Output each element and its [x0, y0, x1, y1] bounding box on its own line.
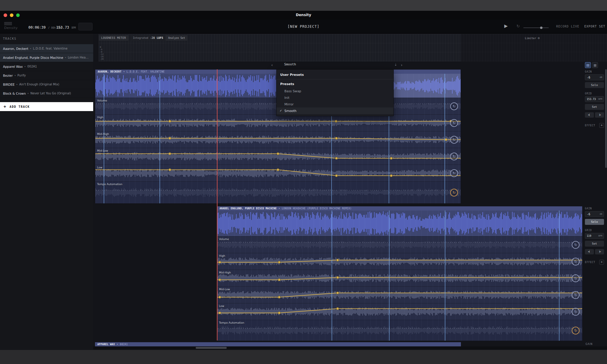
- preset-menu: User Presets Presets Bass Swap Init Mirr…: [276, 69, 394, 116]
- sidebar-track-item[interactable]: Block & Crown • Never Let You Go (Origin…: [0, 89, 93, 98]
- grid-bpm-input[interactable]: 119 BPM: [585, 233, 604, 239]
- loudness-meter-section: LOUDNESS METER Integrated -20 LUFS Analy…: [95, 34, 607, 62]
- lane-cycle-button[interactable]: ↻: [450, 136, 458, 144]
- solo-button[interactable]: Solo: [585, 219, 604, 225]
- lane-mid-high[interactable]: Mid-High ↻: [95, 131, 461, 148]
- menu-section-user-presets: User Presets: [277, 71, 393, 79]
- lane-tempo-automation[interactable]: Tempo Automation ↻: [95, 181, 461, 203]
- view-toggle-grid-icon[interactable]: ▦: [592, 62, 598, 68]
- lane-cycle-button[interactable]: ↻: [450, 119, 458, 127]
- track-3-header[interactable]: APPAREL WAX • 002A1: [95, 342, 461, 346]
- record-live-button[interactable]: RECORD LIVE: [556, 25, 579, 28]
- plus-icon: +: [4, 104, 7, 109]
- lane-high[interactable]: High ↻: [95, 114, 461, 131]
- lane-cycle-button[interactable]: ↻: [450, 153, 458, 160]
- nudge-left-button[interactable]: ◀▏: [585, 249, 594, 254]
- gain-input[interactable]: -6 dB: [585, 211, 604, 217]
- lane-mid-high[interactable]: Mid-High ↻: [217, 270, 582, 286]
- view-toggle-lanes-icon[interactable]: ▤: [585, 62, 591, 68]
- lane-cycle-button[interactable]: ↻: [572, 274, 580, 282]
- cue-marker: [444, 74, 445, 203]
- track-region-2: ANABEL ENGLUND, PURPLE DISCO MACHINE • L…: [217, 206, 583, 340]
- scrollbar-thumb[interactable]: [196, 347, 227, 349]
- cue-marker: [445, 211, 445, 341]
- tempo-cycle-button[interactable]: ↻: [450, 189, 458, 196]
- cue-marker: [559, 211, 560, 341]
- preset-prev-button[interactable]: ‹: [271, 63, 273, 67]
- export-set-button[interactable]: EXPORT SET: [584, 25, 605, 28]
- lane-low[interactable]: Low ↻: [217, 303, 582, 320]
- track-1-panel: GAIN -6 dB Solo GRID 153.73 BPM Set ◀▏ ▕…: [585, 70, 607, 128]
- menu-item-mirror[interactable]: Mirror: [277, 101, 393, 107]
- analyze-set-button[interactable]: Analyze Set: [165, 35, 188, 41]
- menu-item-smooth[interactable]: ✓ Smooth: [277, 107, 393, 114]
- waveform-overview[interactable]: [217, 211, 582, 236]
- gain-input[interactable]: -6 dB: [585, 74, 604, 80]
- horizontal-scrollbar[interactable]: [93, 346, 607, 349]
- preset-selector[interactable]: Smooth: [277, 62, 304, 66]
- track-3-gain-label: GAIN: [585, 343, 593, 345]
- cue-marker: [389, 211, 390, 341]
- menu-divider: [277, 79, 393, 79]
- titlebar: Density: [0, 11, 607, 20]
- loudness-meter-button[interactable]: LOUDNESS METER: [99, 35, 129, 41]
- nudge-right-button[interactable]: ▕▶: [595, 249, 604, 254]
- preset-next-button[interactable]: ›: [401, 63, 402, 67]
- menu-item-init[interactable]: Init: [277, 94, 393, 101]
- sidebar-track-item[interactable]: Apparel Wax • 002A1: [0, 62, 93, 71]
- solo-button[interactable]: Solo: [585, 82, 604, 88]
- project-title: [NEW PROJECT]: [0, 24, 607, 29]
- sidebar-title: TRACKS: [3, 37, 16, 40]
- main-area: LOUDNESS METER Integrated -20 LUFS Analy…: [93, 33, 607, 350]
- app-header: Density 00:06:39 / 00h:30m 153.73 BPM [N…: [0, 20, 607, 33]
- set-grid-button[interactable]: Set: [585, 241, 604, 247]
- integrated-loudness-readout: Integrated -20 LUFS: [130, 35, 166, 41]
- cue-marker: [160, 74, 160, 203]
- lane-high[interactable]: High ↻: [217, 253, 582, 270]
- lane-mid-low[interactable]: Mid-Low ↻: [95, 148, 461, 165]
- track-2-header[interactable]: ANABEL ENGLUND, PURPLE DISCO MACHINE • L…: [217, 206, 582, 211]
- tempo-cycle-button[interactable]: ↻: [572, 327, 580, 334]
- lane-volume[interactable]: Volume ↻: [217, 236, 582, 253]
- sidebar-track-item[interactable]: Bezier • Purify: [0, 71, 93, 80]
- window-title: Density: [0, 13, 607, 17]
- sidebar-track-item[interactable]: Anabel Englund, Purple Disco Machine • L…: [0, 53, 93, 62]
- lane-tempo-automation[interactable]: Tempo Automation ↻: [217, 320, 582, 341]
- sidebar-track-item[interactable]: Aaaron, Deckert • L.D.O.E. feat. Valenti…: [0, 44, 93, 53]
- add-track-button[interactable]: + ADD TRACK: [0, 102, 93, 111]
- vertical-scrollbar[interactable]: [605, 69, 607, 168]
- lane-low[interactable]: Low ↻: [95, 165, 461, 181]
- lane-cycle-button[interactable]: ↻: [572, 241, 580, 249]
- lane-cycle-button[interactable]: ↻: [450, 169, 458, 177]
- add-effect-button[interactable]: +: [599, 123, 604, 128]
- track-2-panel: GAIN -6 dB Solo GRID 119 BPM Set ◀▏ ▕▶ E…: [585, 207, 607, 265]
- check-icon: ✓: [280, 109, 282, 112]
- sidebar-track-item[interactable]: BIRDEE • Ain't Enough (Original Mix): [0, 80, 93, 89]
- master-volume-slider[interactable]: [523, 27, 549, 28]
- add-effect-button[interactable]: +: [599, 260, 604, 265]
- lane-cycle-button[interactable]: ↻: [450, 102, 458, 110]
- menu-item-bass-swap[interactable]: Bass Swap: [277, 88, 393, 94]
- play-button[interactable]: ▶: [504, 23, 508, 29]
- grid-bpm-input[interactable]: 153.73 BPM: [585, 96, 604, 102]
- highlight-region: [389, 74, 461, 98]
- lane-cycle-button[interactable]: ↻: [572, 308, 580, 316]
- nudge-right-button[interactable]: ▕▶: [595, 112, 604, 118]
- menu-section-presets: Presets: [277, 80, 393, 88]
- lane-cycle-button[interactable]: ↻: [572, 258, 580, 265]
- limiter-button[interactable]: Limiter ⚙: [525, 36, 540, 40]
- app-window: Density Density 00:06:39 / 00h:30m 153.7…: [0, 0, 607, 364]
- cue-marker: [332, 211, 332, 341]
- loop-icon[interactable]: ↻: [516, 24, 520, 28]
- nudge-left-button[interactable]: ◀▏: [585, 112, 594, 118]
- track-sidebar: TRACKS Aaaron, Deckert • L.D.O.E. feat. …: [0, 33, 93, 350]
- set-grid-button[interactable]: Set: [585, 104, 604, 110]
- bottom-bar: [0, 350, 607, 364]
- preset-save-icon[interactable]: ⇣: [394, 63, 397, 67]
- gear-icon: ⚙: [538, 36, 540, 40]
- slider-thumb[interactable]: [540, 27, 542, 29]
- lane-mid-low[interactable]: Mid-Low ↻: [217, 286, 582, 303]
- lane-cycle-button[interactable]: ↻: [572, 291, 580, 299]
